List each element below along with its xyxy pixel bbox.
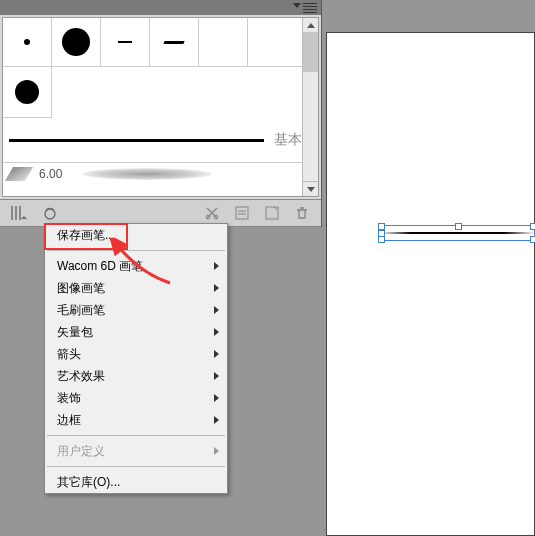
brush-swatch[interactable]	[101, 18, 150, 66]
libraries-icon[interactable]	[40, 204, 58, 222]
calligraphic-row[interactable]: 6.00	[3, 163, 318, 185]
menu-vector-pack[interactable]: 矢量包	[45, 321, 227, 343]
scroll-up-icon[interactable]	[303, 18, 318, 33]
chevron-right-icon	[214, 306, 219, 314]
chevron-right-icon	[214, 416, 219, 424]
chevron-right-icon	[214, 350, 219, 358]
brush-swatch-area: 基本 6.00	[2, 17, 319, 197]
menu-art-effect[interactable]: 艺术效果	[45, 365, 227, 387]
brush-width-value: 6.00	[39, 167, 62, 181]
brush-swatch[interactable]	[199, 18, 248, 66]
menu-bristle-brush[interactable]: 毛刷画笔	[45, 299, 227, 321]
chevron-right-icon	[214, 262, 219, 270]
menu-arrows[interactable]: 箭头	[45, 343, 227, 365]
smear-preview	[82, 168, 212, 180]
options-icon[interactable]	[233, 204, 251, 222]
menu-decorative[interactable]: 装饰	[45, 387, 227, 409]
chevron-right-icon	[214, 447, 219, 455]
brushes-panel: 基本 6.00	[0, 0, 322, 227]
chevron-right-icon	[214, 394, 219, 402]
menu-border[interactable]: 边框	[45, 409, 227, 431]
brush-swatch[interactable]	[3, 67, 52, 118]
stroke-preview-row[interactable]: 基本	[3, 118, 318, 163]
scroll-thumb[interactable]	[303, 32, 318, 72]
menu-save-brush[interactable]: 保存画笔...	[45, 224, 227, 246]
chevron-right-icon	[214, 372, 219, 380]
library-menu-icon[interactable]	[10, 204, 28, 222]
chevron-right-icon	[214, 284, 219, 292]
new-brush-icon[interactable]	[263, 204, 281, 222]
brush-swatch[interactable]	[150, 18, 199, 66]
menu-user-defined: 用户定义	[45, 440, 227, 462]
brush-swatch[interactable]	[248, 18, 296, 66]
selected-stroke-object[interactable]	[380, 225, 535, 239]
svg-rect-3	[236, 207, 248, 219]
stroke-line-preview	[9, 139, 264, 142]
canvas-area[interactable]	[326, 32, 535, 536]
scroll-down-icon[interactable]	[303, 181, 318, 196]
cut-icon[interactable]	[203, 204, 221, 222]
delete-icon[interactable]	[293, 204, 311, 222]
brush-swatch[interactable]	[52, 18, 101, 66]
brush-swatch[interactable]	[3, 18, 52, 66]
chevron-right-icon	[214, 328, 219, 336]
scrollbar[interactable]	[302, 18, 318, 196]
svg-point-0	[45, 209, 55, 219]
stroke-name: 基本	[274, 131, 302, 149]
panel-header	[0, 0, 321, 15]
nib-icon	[5, 167, 33, 181]
library-context-menu: 保存画笔... Wacom 6D 画笔 图像画笔 毛刷画笔 矢量包 箭头 艺术效…	[44, 223, 228, 494]
menu-image-brush[interactable]: 图像画笔	[45, 277, 227, 299]
menu-wacom-6d[interactable]: Wacom 6D 画笔	[45, 255, 227, 277]
flyout-menu-icon[interactable]	[293, 3, 301, 8]
menu-other-library[interactable]: 其它库(O)...	[45, 471, 227, 493]
panel-menu-icon[interactable]	[303, 3, 317, 12]
